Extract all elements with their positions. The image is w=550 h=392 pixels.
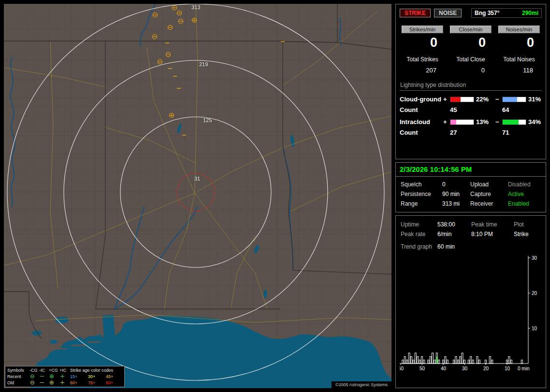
counters-box: STRIKE NOISE Bng 357° 290mi Strikes/min … [395, 4, 546, 159]
minus-sign: − [495, 96, 502, 103]
plot-value: Strike [514, 231, 541, 238]
cloud-ground-row: Cloud-ground + 22% − 31% [400, 96, 542, 103]
cg-plus-bar [450, 97, 474, 102]
svg-text:20: 20 [532, 291, 537, 296]
ic-plus-count: 27 [450, 129, 476, 136]
capture-status: Active [508, 191, 541, 197]
peak-time-value: 8:10 PM [471, 231, 514, 238]
upload-label: Upload [470, 181, 508, 188]
trend-graph-window: 60 min [437, 243, 541, 250]
plus-sign: + [443, 96, 450, 103]
svg-text:20: 20 [483, 366, 489, 371]
ic-minus-bar [502, 119, 526, 125]
close-per-min-button[interactable]: Close/min [450, 26, 492, 33]
capture-label: Capture [470, 191, 508, 197]
persistence-value: 90 min [442, 191, 470, 197]
bearing-value: Bng 357° [475, 10, 499, 16]
legend-row-old-label: Old [7, 380, 29, 385]
peak-rate-row: Peak rate 6/min 8:10 PM Strike [400, 229, 542, 239]
receiver-status: Enabled [508, 200, 541, 207]
upload-status: Disabled [508, 181, 541, 188]
bearing-readout: Bng 357° 290mi [471, 8, 542, 18]
age-code: 30+ [88, 374, 106, 379]
bearing-range: 290mi [522, 10, 538, 16]
pos-ic-icon [59, 374, 70, 379]
noise-mode-button[interactable]: NOISE [434, 9, 462, 17]
noises-per-min-button[interactable]: Noises/min [498, 26, 540, 33]
legend-type-pos-ic: +IC [59, 368, 70, 373]
total-close-value: 0 [448, 67, 493, 74]
squelch-label: Squelch [401, 181, 442, 188]
age-code: 15+ [70, 374, 88, 379]
map-graphic [4, 4, 391, 388]
pos-cg-icon [49, 374, 59, 379]
count-label: Count [400, 106, 443, 113]
legend-type-neg-ic: -IC [39, 368, 49, 373]
date-time-display: 2/3/2026 10:14:56 PM [396, 163, 546, 177]
neg-ic-icon [39, 380, 49, 385]
cloud-ground-count-row: Count 45 64 [400, 106, 542, 113]
barrier-island [87, 341, 100, 343]
legend-type-neg-cg: -CG [29, 368, 39, 373]
intracloud-row: Intracloud + 13% − 34% [400, 118, 542, 126]
intracloud-label: Intracloud [400, 118, 443, 126]
range-label: Range [401, 200, 442, 207]
noises-per-min-column: Noises/min 0 Total Noises 118 [496, 26, 542, 74]
trend-graph-plot: 1020306050403020100 min [400, 253, 543, 379]
peak-rate-label: Peak rate [401, 231, 437, 238]
svg-text:30: 30 [532, 255, 537, 261]
strikes-per-min-column: Strikes/min 0 Total Strikes 207 [400, 26, 445, 74]
age-code: 90+ [106, 380, 124, 385]
cg-plus-pct: 22% [476, 96, 495, 103]
legend-symbols-header: Symbols [7, 368, 29, 373]
settings-row: Squelch 0 Upload Disabled [400, 180, 542, 189]
ring-label-middle: 219 [199, 61, 208, 67]
barrier-island [50, 348, 66, 350]
lightning-detector-app: { "app": { "copyright": "©2005 Astrogeni… [0, 0, 550, 392]
legend-row-recent-label: Recent [7, 374, 29, 379]
ic-minus-pct: 34% [528, 118, 542, 126]
peak-rate-value: 6/min [437, 231, 471, 238]
settings-box: 2/3/2026 10:14:56 PM Squelch 0 Upload Di… [395, 162, 546, 212]
strikes-per-min-button[interactable]: Strikes/min [402, 26, 443, 33]
strike-mode-button[interactable]: STRIKE [400, 9, 431, 17]
neg-cg-icon [29, 380, 39, 385]
map-view[interactable]: 313 219 125 31 Symbols -CG -IC +CG +IC S… [4, 4, 391, 388]
neg-cg-icon [29, 374, 39, 379]
ring-label-inner: 125 [203, 117, 212, 123]
legend-age-header: Strike age color codes [70, 368, 124, 373]
svg-text:10: 10 [505, 366, 510, 371]
ring-label-outer: 313 [191, 4, 200, 10]
uptime-row: Uptime 538:00 Peak time Plot [400, 220, 542, 229]
total-strikes-value: 207 [400, 67, 445, 74]
receiver-label: Receiver [470, 200, 508, 207]
legend-type-pos-cg: +CG [49, 368, 59, 373]
ic-minus-count: 71 [502, 129, 528, 136]
neg-ic-icon [39, 374, 49, 379]
settings-row: Range 313 mi Receiver Enabled [400, 199, 542, 209]
count-label: Count [400, 129, 443, 136]
cloud-ground-label: Cloud-ground [400, 96, 443, 103]
settings-row: Persistence 90 min Capture Active [400, 189, 542, 199]
uptime-label: Uptime [401, 221, 437, 228]
squelch-value: 0 [442, 181, 470, 188]
pos-cg-icon [49, 380, 59, 385]
noises-per-min-value: 0 [496, 35, 542, 50]
plot-label: Plot [514, 221, 541, 228]
ic-plus-bar [450, 119, 474, 125]
cg-minus-count: 64 [502, 106, 528, 113]
svg-text:10: 10 [532, 326, 537, 331]
pos-ic-icon [59, 380, 70, 385]
persistence-label: Persistence [401, 191, 442, 197]
minus-sign: − [495, 118, 502, 126]
intracloud-count-row: Count 27 71 [400, 129, 542, 136]
plus-sign: + [443, 118, 450, 126]
close-per-min-value: 0 [448, 35, 493, 50]
svg-text:0 min: 0 min [518, 366, 529, 371]
svg-text:60: 60 [400, 366, 404, 371]
svg-text:30: 30 [462, 366, 468, 371]
map-legend: Symbols -CG -IC +CG +IC Strike age color… [5, 366, 125, 387]
trend-graph-row: Trend graph 60 min [400, 242, 542, 252]
trend-graph-label: Trend graph [401, 243, 437, 250]
svg-text:40: 40 [441, 366, 447, 371]
